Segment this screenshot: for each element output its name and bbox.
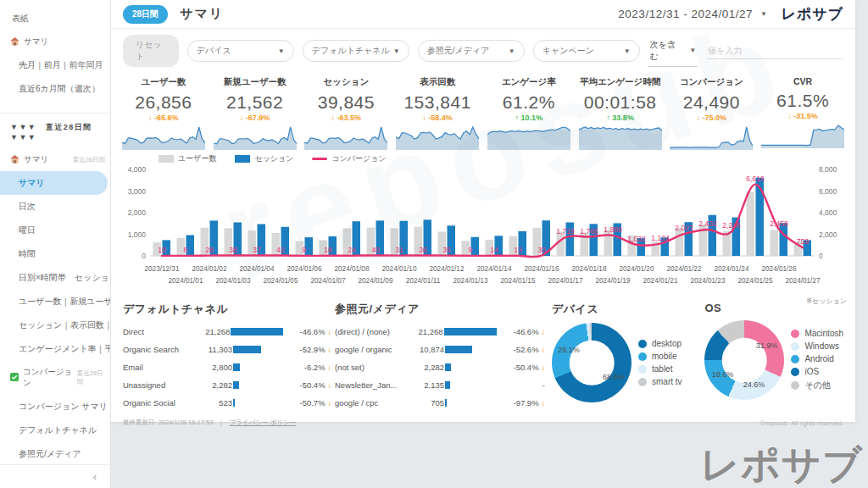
- filter-value-input[interactable]: [706, 42, 843, 59]
- report-footer: 最終更新日: 2024/1/28 16:17:53 ｜ プライバシー ポリシー …: [123, 419, 843, 431]
- sidebar-item-13[interactable]: セッション｜表示回数｜セ...: [0, 313, 110, 337]
- svg-text:2024/01/11: 2024/01/11: [406, 277, 441, 285]
- channel-table: Direct21,268-46.6% ↓Organic Search11,303…: [123, 323, 331, 412]
- table-row: Organic Search11,303-52.9% ↓: [123, 341, 331, 358]
- svg-text:9: 9: [469, 246, 473, 254]
- value-bar: [233, 346, 261, 353]
- copyright: ©reposub. All rights reserved.: [760, 419, 844, 427]
- privacy-policy-link[interactable]: プライバシー ポリシー: [230, 419, 297, 427]
- reset-button[interactable]: リセット: [123, 35, 179, 67]
- filter-dropdown-3[interactable]: キャンペーン▼: [533, 40, 640, 62]
- svg-text:8,000: 8,000: [819, 165, 837, 174]
- legend-swatch-conversions: [312, 158, 327, 160]
- value-bar: [445, 363, 451, 371]
- sidebar-item-12[interactable]: ユーザー数｜新規ユーザー数: [0, 290, 110, 313]
- svg-text:2024/01/03: 2024/01/03: [216, 277, 251, 285]
- svg-text:2024/01/24: 2024/01/24: [715, 265, 749, 273]
- kpi-delta: ↓ -67.9%: [209, 114, 301, 122]
- chevron-down-icon: ▼: [624, 47, 631, 55]
- kpi-delta: ↓ -31.5%: [757, 112, 849, 120]
- svg-text:2024/01/19: 2024/01/19: [596, 277, 631, 285]
- svg-text:2,000: 2,000: [819, 230, 837, 239]
- sidebar-item-10[interactable]: 時間: [0, 242, 110, 266]
- legend-dot-icon: [638, 340, 647, 348]
- svg-text:42: 42: [276, 246, 285, 254]
- chevron-down-icon: ▼: [509, 47, 515, 55]
- svg-text:3,000: 3,000: [128, 187, 147, 196]
- value-bar: [445, 399, 447, 407]
- legend-dot-icon: [638, 378, 647, 386]
- svg-text:35: 35: [442, 246, 451, 254]
- sidebar-item-8[interactable]: 日次: [0, 195, 110, 219]
- svg-text:13: 13: [514, 246, 522, 254]
- filter-dropdown-2[interactable]: 参照元/メディア▼: [418, 40, 525, 62]
- legend-item: desktop: [638, 339, 682, 348]
- filter-dropdown-1[interactable]: デフォルトチャネル▼: [303, 40, 409, 62]
- value-bar: [445, 346, 472, 353]
- svg-text:2,248: 2,248: [722, 221, 741, 230]
- sidebar-period-banner: ▼▼▼ 直近28日間 ▼▼▼: [0, 115, 110, 148]
- legend-sessions: セッション: [235, 153, 293, 164]
- sidebar-collapse-button[interactable]: ‹: [0, 464, 110, 488]
- sidebar-item-14[interactable]: エンゲージメント率｜平均...: [0, 337, 110, 361]
- svg-text:2,432: 2,432: [698, 219, 717, 228]
- sidebar-item-17[interactable]: デフォルトチャネル: [0, 419, 110, 442]
- sidebar-item-18[interactable]: 参照元/メディア: [0, 442, 110, 466]
- legend-item: tablet: [638, 364, 682, 374]
- chevron-down-icon: ▼: [760, 10, 767, 18]
- sidebar-item-11[interactable]: 日別×時間帯 セッション: [0, 266, 110, 290]
- svg-text:1,000: 1,000: [128, 230, 147, 239]
- svg-text:9: 9: [303, 246, 307, 254]
- svg-text:2,027: 2,027: [675, 224, 693, 232]
- brand-logo: レポサブ: [781, 4, 843, 24]
- sidebar-item-3[interactable]: 直近6カ月間（週次）: [0, 77, 110, 101]
- sidebar-item-16[interactable]: コンバージョン サマリ: [0, 395, 110, 419]
- date-range-picker[interactable]: 2023/12/31 - 2024/01/27 ▼: [618, 8, 767, 20]
- check-icon: [10, 373, 19, 383]
- section-title: デバイス: [552, 302, 699, 317]
- footer-separator: ｜: [218, 419, 224, 427]
- svg-text:2024/01/16: 2024/01/16: [525, 265, 559, 273]
- chart-legend: ユーザー数 セッション コンバージョン: [159, 153, 855, 164]
- svg-text:1,032: 1,032: [627, 235, 646, 243]
- kpi-delta: ↓ -75.0%: [666, 114, 758, 122]
- legend-dot-icon: [791, 355, 799, 363]
- kpi-sparkline: [214, 125, 297, 150]
- svg-text:2024/01/13: 2024/01/13: [453, 277, 488, 285]
- chevron-down-icon: ▼: [278, 47, 285, 55]
- sidebar-item-0[interactable]: 表紙: [0, 7, 110, 30]
- sidebar-group-1: サマリ: [0, 30, 110, 53]
- sidebar-item-9[interactable]: 曜日: [0, 219, 110, 242]
- legend-swatch-users: [159, 155, 174, 163]
- kpi-delta: ↓ -58.4%: [392, 114, 483, 122]
- kpi-delta: ↓ -65.6%: [118, 114, 209, 122]
- value-bar: [444, 328, 497, 336]
- filter-dropdown-0[interactable]: デバイス▼: [187, 40, 294, 62]
- brand-logo-large: レポサブ: [700, 439, 863, 488]
- donut-slice-label: 18.6%: [712, 370, 734, 379]
- sidebar-item-2[interactable]: 先月｜前月｜前年同月: [0, 53, 110, 77]
- svg-text:8: 8: [184, 246, 188, 254]
- svg-text:2024/01/27: 2024/01/27: [786, 277, 821, 285]
- filter-dropdowns: デバイス▼デフォルトチャネル▼参照元/メディア▼キャンペーン▼: [187, 40, 640, 62]
- svg-text:2024/01/07: 2024/01/07: [311, 277, 346, 285]
- last-updated: 最終更新日: 2024/1/28 16:17:53: [123, 419, 213, 427]
- donut-slice-label: 31.9%: [756, 341, 778, 350]
- kpi-delta: ↑ 33.8%: [575, 114, 666, 122]
- svg-text:36: 36: [419, 246, 427, 254]
- donut-slice-label: 68.6%: [603, 373, 625, 381]
- sidebar: 表紙サマリ先月｜前月｜前年同月直近6カ月間（週次）▼▼▼ 直近28日間 ▼▼▼サ…: [0, 0, 111, 488]
- device-donut-section: デバイス 68.6%29.1%desktopmobiletabletsmart …: [545, 302, 699, 412]
- legend-label: ユーザー数: [178, 153, 216, 164]
- table-row: (not set)2,282-50.4% ↓: [335, 358, 545, 376]
- value-bar: [233, 399, 235, 407]
- os-donut-chart: 31.9%24.6%18.6%MacintoshWindowsAndroidiO…: [704, 320, 843, 400]
- sidebar-item-7[interactable]: サマリ: [0, 171, 108, 195]
- combo-chart-svg: 01,0002,0003,0004,00002,0004,0006,0008,0…: [116, 164, 849, 291]
- svg-text:6,000: 6,000: [819, 187, 837, 196]
- svg-text:0: 0: [142, 252, 146, 260]
- condition-dropdown[interactable]: 次を含む ▼: [648, 36, 698, 67]
- donut-slice-label: 24.6%: [743, 380, 765, 389]
- svg-text:1,719: 1,719: [556, 227, 575, 236]
- svg-text:2024/01/08: 2024/01/08: [335, 265, 370, 273]
